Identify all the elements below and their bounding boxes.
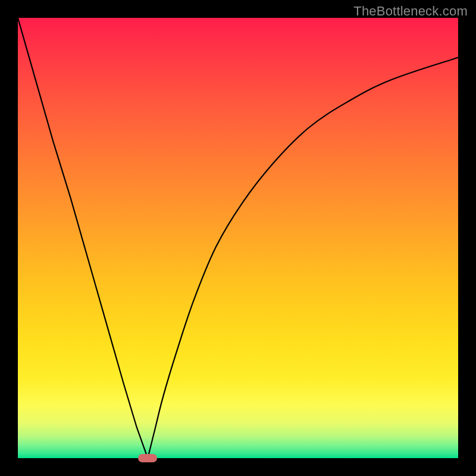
curve-left-branch: [18, 18, 148, 458]
curve-right-branch: [148, 58, 458, 458]
chart-frame: TheBottleneck.com: [0, 0, 476, 476]
curve-layer: [18, 18, 458, 458]
attribution-label: TheBottleneck.com: [353, 4, 468, 19]
plot-area: [18, 18, 458, 458]
minimum-marker: [138, 454, 157, 462]
